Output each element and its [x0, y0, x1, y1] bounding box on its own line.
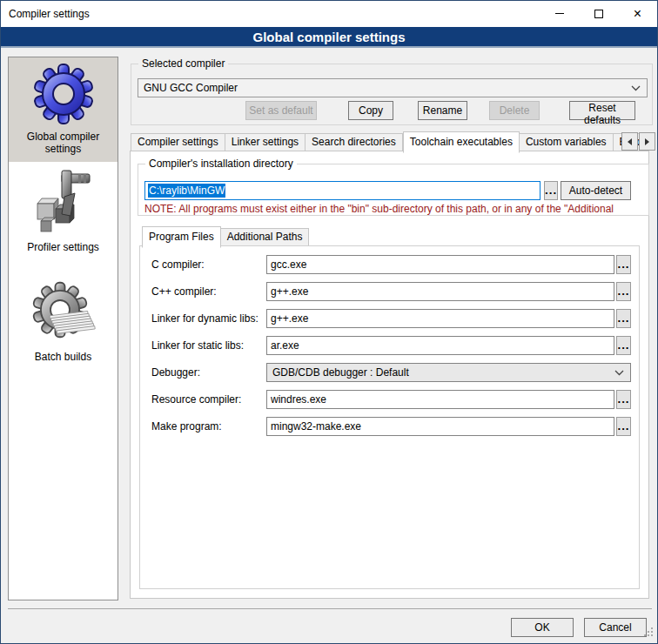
close-icon: ×: [634, 7, 641, 21]
browse-c-compiler-button[interactable]: ...: [616, 255, 631, 274]
group-label: Selected compiler: [138, 57, 228, 70]
field-label: C compiler:: [151, 258, 205, 271]
maximize-icon: [594, 10, 603, 18]
browse-make-program-button[interactable]: ...: [616, 417, 631, 436]
settings-category-list: Global compiler settings: [8, 57, 118, 600]
sidebar-item-global-compiler-settings[interactable]: Global compiler settings: [9, 57, 118, 162]
settings-tabstrip: Compiler settingsLinker settingsSearch d…: [131, 131, 656, 151]
debugger-select-value: GDB/CDB debugger : Default: [272, 366, 614, 379]
bin-subdirectory-note: NOTE: All programs must exist either in …: [144, 203, 646, 215]
cancel-button[interactable]: Cancel: [584, 618, 647, 637]
chevron-down-icon: [631, 85, 641, 91]
browse-cpp-compiler-button[interactable]: ...: [616, 282, 631, 301]
program-files-page: C compiler: ... C++ compiler: ... Linker…: [139, 245, 640, 589]
delete-button[interactable]: Delete: [489, 101, 540, 120]
tab-custom-variables[interactable]: Custom variables: [520, 133, 614, 151]
ok-button[interactable]: OK: [511, 618, 574, 637]
titlebar[interactable]: Compiler settings ×: [1, 1, 657, 27]
installation-directory-input[interactable]: C:\raylib\MinGW: [144, 181, 540, 200]
gray-gear-stack-icon: [9, 280, 118, 349]
compiler-select-value: GNU GCC Compiler: [144, 82, 631, 94]
paths-subtabstrip: Program FilesAdditional Paths: [142, 226, 309, 245]
linker-static-input[interactable]: [266, 336, 614, 355]
resize-grip[interactable]: [643, 627, 655, 641]
browse-linker-static-button[interactable]: ...: [616, 336, 631, 355]
copy-button[interactable]: Copy: [348, 101, 393, 120]
browse-resource-compiler-button[interactable]: ...: [616, 390, 631, 409]
field-label: C++ compiler:: [151, 285, 217, 298]
field-row-debugger: Debugger: GDB/CDB debugger : Default: [140, 363, 641, 382]
subtab-program-files[interactable]: Program Files: [142, 226, 221, 248]
reset-defaults-button[interactable]: Reset defaults: [569, 101, 635, 120]
page-title: Global compiler settings: [252, 30, 405, 44]
arrow-left-icon: [628, 138, 632, 145]
close-button[interactable]: ×: [618, 1, 657, 26]
sidebar-item-label: Global compiler settings: [9, 129, 118, 155]
tab-compiler-settings[interactable]: Compiler settings: [131, 133, 225, 151]
footer-divider: [8, 608, 652, 609]
compiler-select[interactable]: GNU GCC Compiler: [138, 78, 648, 97]
window-title: Compiler settings: [1, 8, 90, 20]
resource-compiler-input[interactable]: [266, 390, 614, 409]
sidebar-item-profiler-settings[interactable]: Profiler settings: [9, 165, 118, 258]
cpp-compiler-input[interactable]: [266, 282, 614, 301]
dialog-banner: Global compiler settings: [1, 27, 657, 48]
tab-scroll-left-button[interactable]: [621, 132, 638, 151]
group-label: Compiler's installation directory: [145, 158, 297, 170]
sidebar-item-label: Profiler settings: [9, 239, 118, 253]
maximize-button[interactable]: [579, 1, 618, 26]
tab-search-directories[interactable]: Search directories: [306, 133, 403, 151]
subtab-additional-paths[interactable]: Additional Paths: [221, 228, 310, 246]
blue-gear-icon: [9, 62, 118, 129]
minimize-icon: [555, 13, 564, 14]
installation-directory-group: Compiler's installation directory C:\ray…: [138, 164, 649, 216]
tab-scroll-right-button[interactable]: [639, 132, 655, 151]
compiler-settings-dialog: Compiler settings × Global compiler sett…: [0, 0, 658, 644]
field-label: Debugger:: [151, 366, 200, 379]
caliper-tool-icon: [9, 167, 118, 239]
selected-compiler-group: Selected compiler GNU GCC Compiler Set a…: [131, 64, 653, 125]
field-row-linker-dynamic: Linker for dynamic libs: ...: [140, 309, 641, 328]
tab-toolchain-executables[interactable]: Toolchain executables: [403, 131, 520, 153]
selected-text: C:\raylib\MinGW: [148, 184, 225, 198]
sidebar-item-label: Batch builds: [9, 349, 118, 363]
linker-dynamic-input[interactable]: [266, 309, 614, 328]
field-label: Linker for dynamic libs:: [151, 312, 258, 325]
sidebar-item-batch-builds[interactable]: Batch builds: [9, 277, 118, 364]
make-program-input[interactable]: [266, 417, 614, 436]
field-row-resource-compiler: Resource compiler: ...: [140, 390, 641, 409]
field-label: Resource compiler:: [151, 393, 241, 406]
arrow-right-icon: [645, 138, 649, 145]
chevron-down-icon: [614, 370, 624, 376]
browse-directory-button[interactable]: ...: [544, 181, 558, 200]
toolchain-executables-page: Compiler's installation directory C:\ray…: [130, 151, 649, 599]
rename-button[interactable]: Rename: [418, 101, 467, 120]
auto-detect-button[interactable]: Auto-detect: [561, 181, 631, 200]
field-row-cpp-compiler: C++ compiler: ...: [140, 282, 641, 301]
c-compiler-input[interactable]: [266, 255, 614, 274]
field-label: Make program:: [151, 420, 222, 433]
browse-linker-dynamic-button[interactable]: ...: [616, 309, 631, 328]
window-controls: ×: [540, 1, 657, 26]
field-row-linker-static: Linker for static libs: ...: [140, 336, 641, 355]
debugger-select[interactable]: GDB/CDB debugger : Default: [266, 363, 631, 382]
set-as-default-button[interactable]: Set as default: [245, 101, 317, 120]
tab-linker-settings[interactable]: Linker settings: [225, 133, 306, 151]
minimize-button[interactable]: [540, 1, 579, 26]
field-row-c-compiler: C compiler: ...: [140, 255, 641, 274]
field-label: Linker for static libs:: [151, 339, 244, 352]
field-row-make-program: Make program: ...: [140, 417, 641, 436]
